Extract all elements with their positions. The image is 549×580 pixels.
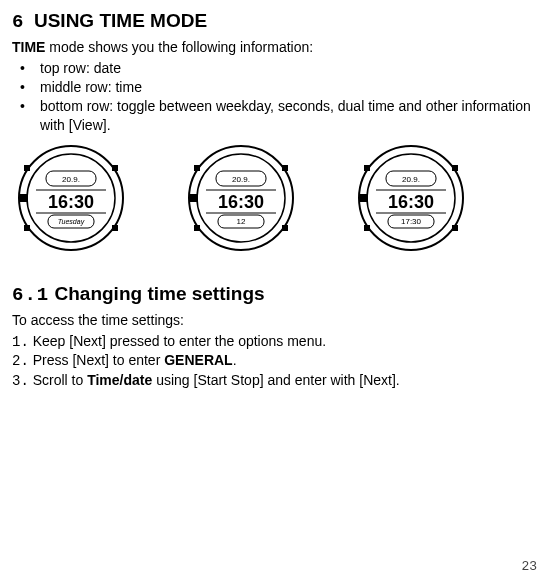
info-bullet-list: top row: date middle row: time bottom ro… [12,59,537,135]
section-heading: 6 USING TIME MODE [12,10,537,33]
watch-illustrations: 20.9. 16:30 Tuesday 20.9. 16:30 12 [12,143,537,253]
svg-rect-33 [452,225,458,231]
list-item: bottom row: toggle between weekday, seco… [18,97,537,135]
steps-list: 1. Keep [Next] pressed to enter the opti… [12,332,537,392]
svg-rect-16 [194,165,200,171]
svg-rect-18 [194,225,200,231]
subsection-number: 6.1 [12,284,49,306]
svg-rect-20 [190,194,198,202]
svg-rect-6 [20,194,28,202]
intro-rest: mode shows you the following information… [45,39,313,55]
svg-rect-34 [360,194,368,202]
svg-rect-2 [24,165,30,171]
subsection-heading: 6.1 Changing time settings [12,283,537,306]
access-line: To access the time settings: [12,312,537,328]
svg-text:16:30: 16:30 [218,192,264,212]
subsection-title: Changing time settings [55,283,265,304]
intro-label: TIME [12,39,45,55]
svg-text:16:30: 16:30 [388,192,434,212]
svg-text:17:30: 17:30 [401,217,422,226]
svg-text:20.9.: 20.9. [232,175,250,184]
svg-text:16:30: 16:30 [48,192,94,212]
list-item: 2. Press [Next] to enter GENERAL. [12,351,537,371]
svg-text:20.9.: 20.9. [62,175,80,184]
list-item: middle row: time [18,78,537,97]
svg-rect-5 [112,225,118,231]
list-item: 3. Scroll to Time/date using [Start Stop… [12,371,537,391]
svg-rect-19 [282,225,288,231]
watch-face: 20.9. 16:30 17:30 [356,143,466,253]
section-number: 6 [12,11,23,33]
svg-rect-3 [112,165,118,171]
watch-face: 20.9. 16:30 Tuesday [16,143,126,253]
svg-rect-32 [364,225,370,231]
list-item: top row: date [18,59,537,78]
svg-rect-17 [282,165,288,171]
svg-rect-30 [364,165,370,171]
watch-face: 20.9. 16:30 12 [186,143,296,253]
svg-text:20.9.: 20.9. [402,175,420,184]
svg-rect-4 [24,225,30,231]
page-number: 23 [521,559,537,574]
svg-rect-31 [452,165,458,171]
svg-text:12: 12 [237,217,246,226]
svg-text:Tuesday: Tuesday [58,218,85,226]
intro-line: TIME mode shows you the following inform… [12,39,537,55]
section-title: USING TIME MODE [34,10,207,31]
list-item: 1. Keep [Next] pressed to enter the opti… [12,332,537,352]
